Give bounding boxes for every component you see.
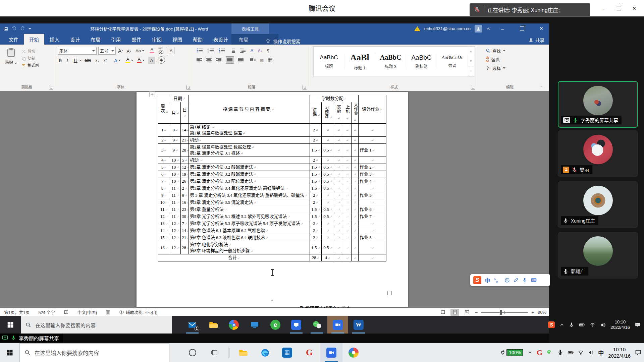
styles-dialog-launcher-icon[interactable]: [471, 85, 475, 89]
total-hours-2[interactable]: ↵: [334, 254, 343, 261]
language-indicator[interactable]: 中文(中国): [77, 309, 97, 315]
table-row[interactable]: 13↵12↵7↵第5章 光学分析法 5.3 原子吸收光谱法 5.4 原子发射光谱…: [158, 220, 386, 227]
total-hours-0[interactable]: 28↵: [310, 254, 322, 261]
cell-month[interactable]: 12↵: [170, 234, 181, 241]
cell-content[interactable]: 第5章 光学分析法 5.1 概述 5.2 紫外可见吸收光谱法↵: [189, 213, 310, 220]
cell-homework[interactable]: 作业 8↵: [359, 234, 386, 241]
collapse-ribbon-icon[interactable]: ⌃: [540, 85, 543, 89]
cell-month[interactable]: 11↵: [170, 185, 181, 192]
cell-content[interactable]: 第6章 色谱法 6.3 液相色谱 6.4 联用技术↵: [189, 234, 310, 241]
emoji-icon[interactable]: [504, 278, 510, 283]
cell-hours-2[interactable]: ↵: [334, 206, 343, 213]
tencent-meeting-taskbar-button[interactable]: [327, 316, 348, 334]
sogou-logo-icon[interactable]: S: [473, 276, 481, 284]
font-size-combo[interactable]: 五号: [98, 47, 116, 55]
header-homework[interactable]: 课外作业↵: [359, 95, 386, 124]
document-area[interactable]: ✛ 周次↵日期↵授课章节与内容摘要↵学时数分配↵课外作业↵月↵日↵讲课↵习题课↵…: [0, 91, 549, 308]
cell-hours-0[interactable]: 1.5↵: [310, 213, 322, 220]
cell-hours-4[interactable]: ↵: [352, 164, 359, 171]
table-row[interactable]: 1↵9↵14↵第1章 绪论 ↵第2章 误差与数据处理 误差↵2↵↵↵↵↵↵: [158, 124, 386, 137]
cell-hours-4[interactable]: ↵: [352, 234, 359, 241]
cell-week[interactable]: 14↵: [158, 227, 170, 234]
cell-hours-2[interactable]: ↵: [334, 185, 343, 192]
volume-icon[interactable]: [600, 322, 606, 328]
tab-开始[interactable]: 开始: [24, 34, 44, 45]
character-shading-button[interactable]: A: [148, 57, 155, 64]
tab-邮件[interactable]: 邮件: [126, 34, 147, 45]
cell-hours-3[interactable]: ↵: [343, 144, 352, 157]
cell-month[interactable]: 9↵: [170, 137, 181, 144]
cell-hours-3[interactable]: ↵: [343, 234, 352, 241]
cell-content[interactable]: 第 3 章 滴定分析法 3.4 氧化还原滴定法 重铬酸钾法、碘量法↵: [189, 192, 310, 199]
paint-taskbar-button[interactable]: [342, 343, 365, 362]
sort-icon[interactable]: A↓: [258, 47, 262, 54]
header-大作业[interactable]: 大作业↵: [352, 102, 359, 124]
cell-hours-3[interactable]: ↵: [343, 199, 352, 206]
styles-gallery-scrollbar[interactable]: ▲ ▼ ≡: [468, 47, 474, 76]
cell-hours-1[interactable]: ↵: [322, 124, 334, 137]
remote-pc-taskbar-button[interactable]: [244, 316, 265, 334]
ribbon-display-options-icon[interactable]: [486, 26, 491, 31]
gallery-more-icon[interactable]: ≡: [468, 66, 474, 76]
account-avatar[interactable]: [475, 25, 482, 33]
asian-layout-icon[interactable]: A: [251, 47, 253, 54]
table-row[interactable]: 7↵10↵26↵第3章 滴定分析法 3.3 配位滴定法↵1.5↵0.5↵↵↵↵作…: [158, 178, 386, 185]
cell-week[interactable]: 1↵: [158, 124, 170, 137]
cell-hours-3[interactable]: ↵: [343, 164, 352, 171]
battery-icon[interactable]: [579, 322, 585, 328]
total-label[interactable]: 合计↵: [158, 254, 310, 261]
distribute-icon[interactable]: [238, 56, 244, 64]
cell-hours-4[interactable]: ↵: [352, 213, 359, 220]
cell-day[interactable]: 9↵: [181, 192, 189, 199]
total-hours-1[interactable]: 4↵: [322, 254, 334, 261]
save-icon[interactable]: [3, 26, 8, 31]
sogou-mic-icon[interactable]: [522, 278, 527, 283]
cell-hours-3[interactable]: ↵: [343, 171, 352, 178]
cell-content[interactable]: 第3章 滴定分析法 3.2 酸碱滴定法↵: [189, 164, 310, 171]
gallery-up-icon[interactable]: ▲: [468, 47, 474, 56]
word-maximize-button[interactable]: [514, 23, 530, 34]
header-week[interactable]: 周次↵: [158, 95, 170, 124]
cell-week[interactable]: 6↵: [158, 171, 170, 178]
cell-hours-0[interactable]: 1.5↵: [310, 171, 322, 178]
cell-hours-1[interactable]: ↵: [322, 192, 334, 199]
wifi-icon[interactable]: [590, 322, 595, 328]
tab-视图[interactable]: 视图: [167, 34, 187, 45]
cell-hours-2[interactable]: ↵: [334, 178, 343, 185]
cell-day[interactable]: 12↵: [181, 164, 189, 171]
cell-hours-1[interactable]: ↵: [322, 227, 334, 234]
cell-hours-1[interactable]: ↵: [322, 137, 334, 144]
replace-button[interactable]: abac替换: [486, 56, 505, 63]
table-total-row[interactable]: 合计↵28↵4↵↵↵↵↵: [158, 254, 386, 261]
font-name-combo[interactable]: 宋体: [58, 47, 97, 55]
cell-homework[interactable]: 作业 6↵: [359, 206, 386, 213]
cell-month[interactable]: 9↵: [170, 124, 181, 137]
header-上机[interactable]: 上机↵: [343, 102, 352, 124]
cell-month[interactable]: 10↵: [170, 178, 181, 185]
style-card-强调[interactable]: AaBbCcDc强调: [437, 55, 468, 68]
cell-content[interactable]: 第3章 滴定分析法 3.5 沉淀滴定法↵: [189, 199, 310, 206]
style-card-标题 3[interactable]: AaBbC标题 3: [375, 54, 406, 69]
cell-hours-0[interactable]: 2↵: [310, 192, 322, 199]
table-row[interactable]: 12↵11↵30↵第5章 光学分析法 5.1 概述 5.2 紫外可见吸收光谱法↵…: [158, 213, 386, 220]
cell-day[interactable]: 26↵: [181, 178, 189, 185]
sogou-tray-icon[interactable]: S: [548, 321, 555, 328]
cell-day[interactable]: 28↵: [181, 144, 189, 157]
chevron-up-icon[interactable]: [559, 322, 564, 327]
header-date[interactable]: 日期↵: [170, 95, 189, 102]
browser-green-taskbar-button[interactable]: e: [265, 316, 286, 334]
cell-hours-1[interactable]: 0.5↵: [322, 144, 334, 157]
clock-local[interactable]: 10:102022/4/16: [608, 346, 631, 359]
cell-hours-1[interactable]: ↵: [322, 157, 334, 164]
cell-hours-4[interactable]: ↵: [352, 220, 359, 227]
ime-mode-icon[interactable]: 中: [485, 277, 490, 284]
cell-hours-4[interactable]: ↵: [352, 157, 359, 164]
table-row[interactable]: 14↵12↵14↵第6章 色谱法 6.1 基本原理 6.2 气相色谱↵2↵↵↵↵…: [158, 227, 386, 234]
cell-content[interactable]: 第6章 色谱法 6.1 基本原理 6.2 气相色谱↵: [189, 227, 310, 234]
cell-week[interactable]: 5↵: [158, 164, 170, 171]
cell-hours-0[interactable]: 2↵: [310, 199, 322, 206]
ime-indicator[interactable]: 中: [598, 348, 604, 357]
battery-icon[interactable]: [568, 350, 574, 356]
cell-month[interactable]: 11↵: [170, 199, 181, 206]
page-indicator[interactable]: 第1页，共1页: [4, 309, 30, 315]
